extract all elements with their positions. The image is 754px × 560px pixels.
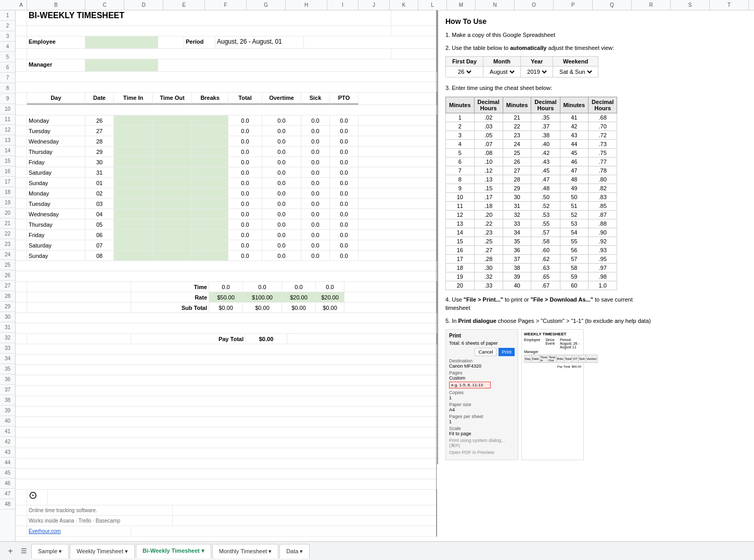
col-header-R[interactable]: R (632, 0, 671, 10)
breaks-cell[interactable] (192, 178, 228, 188)
empty-row-32 (16, 355, 436, 365)
timeout-cell[interactable] (153, 251, 192, 261)
tab-monthly[interactable]: Monthly Timesheet ▾ (212, 544, 278, 558)
print-preview-sheet: WEEKLY TIMESHEET Employee Since Event Pe… (521, 329, 584, 460)
sick-cell: 0.0 (301, 167, 330, 177)
breaks-cell[interactable] (192, 219, 228, 229)
timein-cell[interactable] (114, 209, 153, 219)
timein-cell[interactable] (114, 240, 153, 250)
timein-cell[interactable] (114, 157, 153, 167)
breaks-cell[interactable] (192, 230, 228, 240)
timein-cell[interactable] (114, 147, 153, 157)
col-header-P[interactable]: P (554, 0, 593, 10)
timeout-cell[interactable] (153, 219, 192, 229)
timeout-cell[interactable] (153, 126, 192, 136)
everhour-link[interactable]: Everhour.com (27, 526, 131, 536)
timein-cell[interactable] (114, 188, 153, 198)
breaks-cell[interactable] (192, 126, 228, 136)
col-header-K[interactable]: K (390, 0, 418, 10)
row-3: Employee Period August, 26 - August, 01 (16, 36, 436, 49)
breaks-cell[interactable] (192, 209, 228, 219)
breaks-cell[interactable] (192, 251, 228, 261)
col-header-S[interactable]: S (671, 0, 710, 10)
tab-data[interactable]: Data ▾ (279, 544, 310, 558)
tab-biweekly[interactable]: Bi-Weekly Timesheet ▾ (136, 544, 211, 558)
employee-input[interactable] (85, 36, 158, 48)
step5-text: 5. In Print dialogue choose Pages > "Cus… (445, 317, 659, 325)
col-header-C[interactable]: C (85, 0, 124, 10)
timein-cell[interactable] (114, 115, 153, 125)
col-header-H[interactable]: H (286, 0, 327, 10)
tab-menu-button[interactable]: ☰ (18, 545, 30, 557)
column-headers: A B C D E F G H I J K L M N O P Q R S T (0, 0, 754, 10)
timeout-cell[interactable] (153, 157, 192, 167)
timeout-cell[interactable] (153, 178, 192, 188)
col-header-D[interactable]: D (124, 0, 163, 10)
rate-val-3[interactable]: $20.00 (282, 292, 316, 302)
timein-cell[interactable] (114, 199, 153, 209)
timeout-cell[interactable] (153, 209, 192, 219)
timein-cell[interactable] (114, 136, 153, 146)
copies-row: Copies 1 (449, 390, 515, 400)
col-header-O[interactable]: O (515, 0, 554, 10)
col-header-I[interactable]: I (327, 0, 359, 10)
timein-cell[interactable] (114, 178, 153, 188)
tab-sample[interactable]: Sample ▾ (31, 544, 69, 558)
data-row-3: Wednesday 28 0.0 0.0 0.0 0.0 (16, 136, 436, 147)
timeout-cell[interactable] (153, 115, 192, 125)
timein-cell[interactable] (114, 167, 153, 177)
breaks-cell[interactable] (192, 188, 228, 198)
col-header-J[interactable]: J (359, 0, 390, 10)
rate-val-4[interactable]: $20.00 (316, 292, 344, 302)
breaks-cell[interactable] (192, 167, 228, 177)
timeout-cell[interactable] (153, 167, 192, 177)
breaks-cell[interactable] (192, 157, 228, 167)
col-header-M[interactable]: M (447, 0, 476, 10)
col-header-B[interactable]: B (27, 0, 85, 10)
col-header-Q[interactable]: Q (593, 0, 632, 10)
data-row-7: Sunday 01 0.0 0.0 0.0 0.0 (16, 178, 436, 188)
breaks-cell[interactable] (192, 115, 228, 125)
timeout-cell[interactable] (153, 230, 192, 240)
weekend-select[interactable]: Sat & Sun (557, 68, 594, 75)
col-header-T[interactable]: T (710, 0, 749, 10)
col-header-F[interactable]: F (205, 0, 247, 10)
col-header-A[interactable]: A (16, 0, 27, 10)
overtime-cell: 0.0 (262, 209, 301, 219)
pages-input[interactable]: e.g. 1-5, 8, 11-13 (449, 382, 491, 388)
col-header-G[interactable]: G (247, 0, 286, 10)
col-header-N[interactable]: N (476, 0, 515, 10)
firstday-select[interactable]: 26 (456, 68, 473, 75)
timein-cell[interactable] (114, 251, 153, 261)
breaks-cell[interactable] (192, 136, 228, 146)
tab-weekly[interactable]: Weekly Timesheet ▾ (70, 544, 135, 558)
cell-A1[interactable] (16, 10, 27, 25)
col-header-E[interactable]: E (163, 0, 205, 10)
month-select[interactable]: August (488, 68, 516, 75)
timein-cell[interactable] (114, 230, 153, 240)
timeout-cell[interactable] (153, 240, 192, 250)
add-tab-button[interactable]: + (4, 545, 17, 557)
cancel-button[interactable]: Cancel (475, 348, 496, 356)
timeout-cell[interactable] (153, 147, 192, 157)
timein-cell[interactable] (114, 126, 153, 136)
print-button[interactable]: Print (499, 348, 515, 356)
manager-input[interactable] (85, 59, 158, 71)
timeout-cell[interactable] (153, 188, 192, 198)
year-select[interactable]: 2019 (525, 68, 548, 75)
breaks-cell[interactable] (192, 147, 228, 157)
cell-title[interactable]: BI-WEEKLY TIMESHEET (27, 10, 391, 25)
settings-weekend-cell: Sat & Sun (553, 67, 598, 77)
empty-row-44 (16, 479, 436, 490)
row-num-19: 19 (0, 198, 15, 208)
timeout-cell[interactable] (153, 136, 192, 146)
breaks-cell[interactable] (192, 199, 228, 209)
timein-cell[interactable] (114, 219, 153, 229)
rate-val-1[interactable]: $50.00 (209, 292, 243, 302)
breaks-cell[interactable] (192, 240, 228, 250)
total-cell: 0.0 (228, 188, 262, 198)
rate-label: Rate (131, 292, 209, 302)
timeout-cell[interactable] (153, 199, 192, 209)
col-header-L[interactable]: L (418, 0, 447, 10)
rate-val-2[interactable]: $100.00 (243, 292, 282, 302)
